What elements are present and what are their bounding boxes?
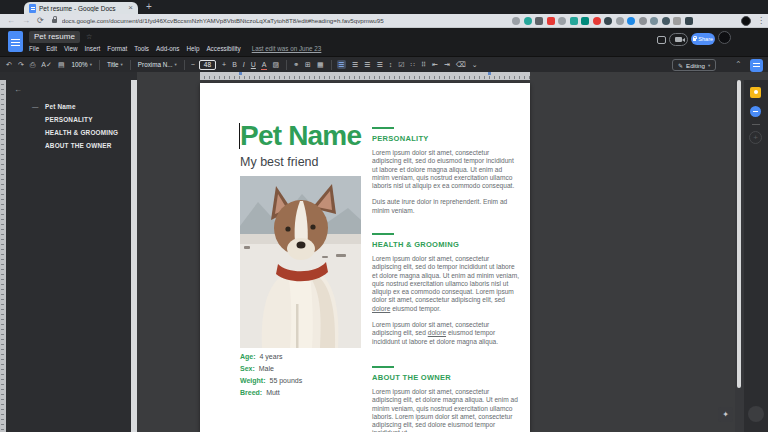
styles-dropdown[interactable]: Title▾ bbox=[107, 61, 123, 68]
document-title-field[interactable]: Pet resume bbox=[29, 31, 80, 43]
menu-accessibility[interactable]: Accessibility bbox=[206, 45, 240, 52]
outline-item-health-grooming[interactable]: HEALTH & GROOMING bbox=[6, 126, 131, 139]
font-size-decrease-icon[interactable]: − bbox=[191, 61, 195, 68]
outline-item-personality[interactable]: PERSONALITY bbox=[6, 113, 131, 126]
line-spacing-icon[interactable]: ↕ bbox=[389, 61, 393, 68]
align-justify-icon[interactable]: ☰ bbox=[376, 61, 382, 68]
body-paragraph[interactable]: Lorem ipsum dolor sit amet, consectetur … bbox=[372, 149, 520, 190]
forward-icon[interactable]: → bbox=[22, 17, 30, 25]
extension-icon[interactable] bbox=[685, 17, 693, 25]
docs-side-panel-icon[interactable] bbox=[750, 59, 763, 72]
outline-item-about-the-owner[interactable]: ABOUT THE OWNER bbox=[6, 139, 131, 152]
menu-tools[interactable]: Tools bbox=[134, 45, 149, 52]
bold-icon[interactable]: B bbox=[232, 61, 237, 68]
new-tab-button[interactable]: + bbox=[146, 1, 152, 13]
extension-icon[interactable] bbox=[558, 17, 566, 25]
stat-breed[interactable]: Breed: Mutt bbox=[240, 387, 302, 399]
add-comment-icon[interactable]: ⊞ bbox=[305, 61, 311, 68]
paint-format-icon[interactable]: ▤ bbox=[58, 61, 65, 68]
text-color-icon[interactable]: A bbox=[262, 61, 267, 68]
tab-close-icon[interactable]: × bbox=[128, 4, 133, 12]
extension-icon[interactable] bbox=[535, 17, 543, 25]
font-size-increase-icon[interactable]: + bbox=[222, 61, 226, 68]
insert-link-icon[interactable]: ⚭ bbox=[293, 61, 299, 68]
extension-icon[interactable] bbox=[616, 17, 624, 25]
extension-icon[interactable] bbox=[512, 17, 520, 25]
stat-sex[interactable]: Sex: Male bbox=[240, 363, 302, 375]
print-icon[interactable]: ⎙ bbox=[30, 61, 36, 68]
left-indent-marker[interactable] bbox=[239, 72, 242, 75]
extension-icon[interactable] bbox=[662, 17, 670, 25]
scrollbar-thumb[interactable] bbox=[737, 80, 741, 388]
align-center-icon[interactable]: ☰ bbox=[352, 61, 358, 68]
subtitle[interactable]: My best friend bbox=[240, 155, 319, 169]
section-heading[interactable]: HEALTH & GROOMING bbox=[372, 240, 520, 249]
editing-mode-button[interactable]: ✎ Editing ▾ bbox=[672, 59, 716, 71]
indent-increase-icon[interactable]: ⇥ bbox=[444, 61, 450, 68]
browser-tab[interactable]: Pet resume - Google Docs × bbox=[24, 2, 138, 14]
extension-icon[interactable] bbox=[581, 17, 589, 25]
stat-weight[interactable]: Weight: 55 pounds bbox=[240, 375, 302, 387]
numbered-list-icon[interactable]: ⠿ bbox=[421, 61, 426, 68]
body-paragraph[interactable]: Duis aute irure dolor in reprehenderit. … bbox=[372, 198, 520, 215]
keep-icon[interactable] bbox=[750, 87, 761, 98]
browser-menu-icon[interactable]: ⋮ bbox=[757, 16, 765, 25]
get-addons-icon[interactable]: + bbox=[749, 131, 762, 144]
pet-name-title[interactable]: Pet Name bbox=[240, 121, 361, 151]
extension-icon[interactable] bbox=[604, 17, 612, 25]
menu-help[interactable]: Help bbox=[186, 45, 199, 52]
tasks-icon[interactable] bbox=[750, 106, 761, 117]
star-icon[interactable]: ☆ bbox=[86, 33, 92, 41]
body-paragraph[interactable]: Lorem ipsum dolor sit amet, consectetur … bbox=[372, 255, 520, 313]
join-call-icon[interactable] bbox=[669, 33, 688, 46]
menu-format[interactable]: Format bbox=[107, 45, 127, 52]
section-heading[interactable]: PERSONALITY bbox=[372, 134, 520, 143]
bulleted-list-icon[interactable]: ∷ bbox=[410, 61, 414, 68]
indent-decrease-icon[interactable]: ⇤ bbox=[432, 61, 438, 68]
menu-edit[interactable]: Edit bbox=[46, 45, 57, 52]
reload-icon[interactable]: ⟳ bbox=[37, 17, 44, 25]
hide-menus-icon[interactable]: ⌃ bbox=[735, 60, 742, 69]
explore-button[interactable]: ✦ bbox=[718, 407, 733, 422]
google-docs-icon[interactable] bbox=[8, 31, 23, 52]
menu-add-ons[interactable]: Add-ons bbox=[156, 45, 179, 52]
undo-icon[interactable]: ↶ bbox=[6, 61, 12, 68]
align-left-icon[interactable]: ☰ bbox=[337, 60, 346, 69]
horizontal-ruler[interactable] bbox=[200, 72, 530, 80]
spell-check-icon[interactable]: A✓ bbox=[41, 61, 52, 68]
document-page[interactable]: Pet Name My best friend bbox=[200, 83, 530, 432]
body-paragraph[interactable]: Lorem ipsum dolor sit amet, consectetur … bbox=[372, 321, 520, 346]
browser-profile-avatar[interactable] bbox=[741, 16, 751, 26]
clear-formatting-icon[interactable]: ⌫ bbox=[456, 61, 466, 68]
body-paragraph[interactable]: Lorem ipsum dolor sit amet, consectetur … bbox=[372, 388, 520, 432]
back-icon[interactable]: ← bbox=[7, 17, 15, 25]
account-avatar[interactable] bbox=[718, 31, 731, 44]
font-size-input[interactable]: 48 bbox=[199, 60, 216, 70]
extension-icon[interactable] bbox=[639, 17, 647, 25]
menu-file[interactable]: File bbox=[29, 45, 39, 52]
extension-icon[interactable] bbox=[673, 17, 681, 25]
extension-icon[interactable] bbox=[627, 17, 635, 25]
extension-icon[interactable] bbox=[650, 17, 658, 25]
underline-icon[interactable]: U bbox=[251, 61, 256, 68]
stat-age[interactable]: Age: 4 years bbox=[240, 351, 302, 363]
italic-icon[interactable]: I bbox=[243, 61, 245, 68]
section-heading[interactable]: ABOUT THE OWNER bbox=[372, 373, 520, 382]
dog-photo[interactable] bbox=[240, 176, 361, 348]
extension-icon[interactable] bbox=[593, 17, 601, 25]
extension-icon[interactable] bbox=[524, 17, 532, 25]
align-right-icon[interactable]: ☰ bbox=[364, 61, 370, 68]
zoom-dropdown[interactable]: 100%▾ bbox=[72, 61, 92, 68]
extension-icon[interactable] bbox=[547, 17, 555, 25]
font-dropdown[interactable]: Proxima N...▾ bbox=[138, 61, 177, 68]
address-bar[interactable]: docs.google.com/document/d/1fyd46XcvBccs… bbox=[62, 17, 502, 24]
open-comments-icon[interactable] bbox=[657, 36, 666, 44]
highlight-color-icon[interactable]: ▨ bbox=[273, 61, 280, 68]
redo-icon[interactable]: ↷ bbox=[18, 61, 24, 68]
more-icon[interactable]: ⌄ bbox=[472, 61, 478, 68]
menu-view[interactable]: View bbox=[64, 45, 78, 52]
checklist-icon[interactable]: ☑ bbox=[398, 61, 404, 68]
close-outline-icon[interactable]: ← bbox=[14, 86, 22, 94]
outline-item-pet-name[interactable]: —Pet Name bbox=[6, 100, 131, 113]
last-edit-link[interactable]: Last edit was on June 23 bbox=[252, 45, 322, 52]
